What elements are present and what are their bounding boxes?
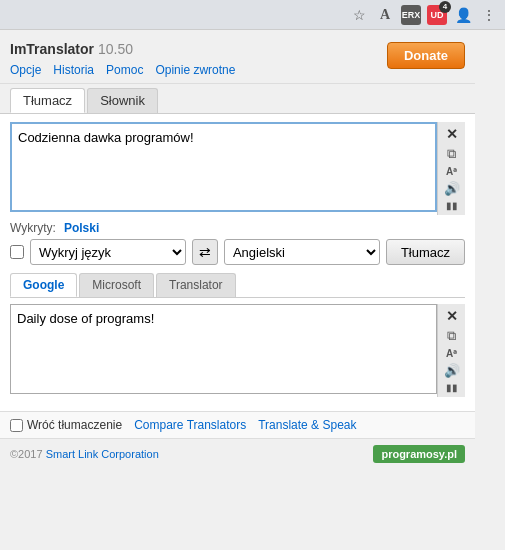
result-textarea-wrapper: Daily dose of programs! ✕ ⧉ Aᵃ 🔊 ▮▮ (10, 304, 465, 397)
nav-opcje[interactable]: Opcje (10, 63, 41, 77)
bottom-bar: Wróć tłumaczenie Compare Translators Tra… (0, 411, 475, 438)
result-output[interactable]: Daily dose of programs! (10, 304, 437, 394)
to-language-select[interactable]: Angielski (224, 239, 380, 265)
source-clear-icon[interactable]: ✕ (442, 126, 462, 142)
nav-historia[interactable]: Historia (53, 63, 94, 77)
result-chart-icon[interactable]: ▮▮ (442, 382, 462, 393)
nav-links: Opcje Historia Pomoc Opinie zwrotne (10, 63, 235, 77)
result-tab-translator[interactable]: Translator (156, 273, 236, 297)
source-font-icon[interactable]: Aᵃ (442, 166, 462, 177)
menu-dots-icon[interactable]: ⋮ (479, 5, 499, 25)
from-language-select[interactable]: Wykryj język (30, 239, 186, 265)
copyright-text: ©2017 Smart Link Corporation (10, 448, 159, 460)
result-tab-microsoft[interactable]: Microsoft (79, 273, 154, 297)
erx-icon[interactable]: ERX (401, 5, 421, 25)
back-translate-section: Wróć tłumaczenie (10, 418, 122, 432)
back-translate-label: Wróć tłumaczenie (27, 418, 122, 432)
result-copy-icon[interactable]: ⧉ (442, 328, 462, 344)
main-panel: ImTranslator 10.50 Opcje Historia Pomoc … (0, 30, 475, 469)
nav-opinie[interactable]: Opinie zwrotne (155, 63, 235, 77)
back-translate-checkbox[interactable] (10, 419, 23, 432)
source-copy-icon[interactable]: ⧉ (442, 146, 462, 162)
source-speaker-icon[interactable]: 🔊 (442, 181, 462, 196)
font-icon[interactable]: A (375, 5, 395, 25)
result-clear-icon[interactable]: ✕ (442, 308, 462, 324)
result-side-icons: ✕ ⧉ Aᵃ 🔊 ▮▮ (437, 304, 465, 397)
detected-label: Wykryty: (10, 221, 56, 235)
detected-language[interactable]: Polski (64, 221, 99, 235)
result-speaker-icon[interactable]: 🔊 (442, 363, 462, 378)
main-tabs: Tłumacz Słownik (0, 84, 475, 114)
tab-slownik[interactable]: Słownik (87, 88, 158, 113)
app-title: ImTranslator 10.50 (10, 38, 235, 59)
detected-row: Wykryty: Polski (10, 221, 465, 235)
translate-speak-link[interactable]: Translate & Speak (258, 418, 356, 432)
source-chart-icon[interactable]: ▮▮ (442, 200, 462, 211)
programosy-badge[interactable]: programosy.pl (373, 445, 465, 463)
chrome-bar: ☆ A ERX UD 4 👤 ⋮ (0, 0, 505, 30)
compare-translators-link[interactable]: Compare Translators (134, 418, 246, 432)
header-left: ImTranslator 10.50 Opcje Historia Pomoc … (10, 38, 235, 83)
swap-languages-button[interactable]: ⇄ (192, 239, 218, 265)
result-tab-google[interactable]: Google (10, 273, 77, 297)
language-row: Wykryj język ⇄ Angielski Tłumacz (10, 239, 465, 265)
header: ImTranslator 10.50 Opcje Historia Pomoc … (0, 30, 475, 84)
company-link[interactable]: Smart Link Corporation (46, 448, 159, 460)
nav-pomoc[interactable]: Pomoc (106, 63, 143, 77)
source-textarea-wrapper: Codzienna dawka programów! ✕ ⧉ Aᵃ 🔊 ▮▮ (10, 122, 465, 215)
ud-icon[interactable]: UD 4 (427, 5, 447, 25)
content-area: Codzienna dawka programów! ✕ ⧉ Aᵃ 🔊 ▮▮ W… (0, 114, 475, 411)
auto-detect-checkbox[interactable] (10, 245, 24, 259)
footer: ©2017 Smart Link Corporation programosy.… (0, 438, 475, 469)
star-icon[interactable]: ☆ (349, 5, 369, 25)
ud-badge: 4 (439, 1, 451, 13)
copyright-year: ©2017 (10, 448, 43, 460)
source-input[interactable]: Codzienna dawka programów! (10, 122, 437, 212)
result-tabs: Google Microsoft Translator (10, 273, 465, 298)
result-font-icon[interactable]: Aᵃ (442, 348, 462, 359)
donate-button[interactable]: Donate (387, 42, 465, 69)
tab-tlumacz[interactable]: Tłumacz (10, 88, 85, 113)
translate-button[interactable]: Tłumacz (386, 239, 465, 265)
source-side-icons: ✕ ⧉ Aᵃ 🔊 ▮▮ (437, 122, 465, 215)
person-icon[interactable]: 👤 (453, 5, 473, 25)
